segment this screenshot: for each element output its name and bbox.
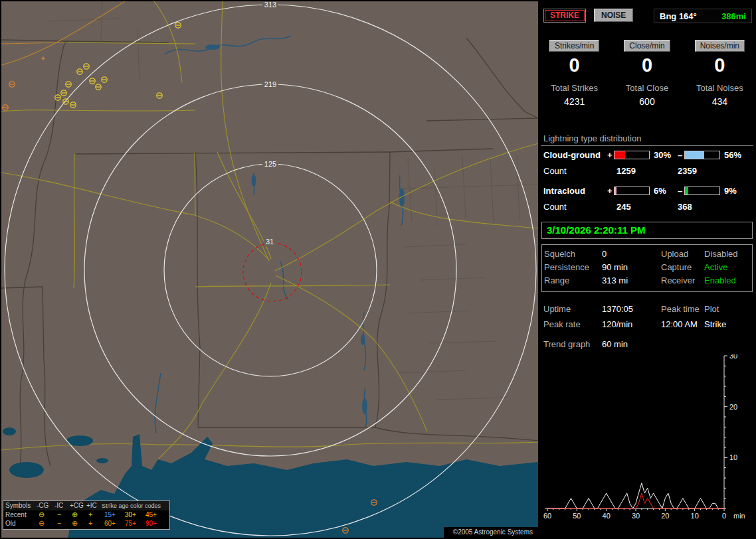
plot-value: Strike [704, 319, 726, 329]
range-ring-label-313: 313 [262, 1, 278, 9]
ic-plus-bar [614, 187, 650, 195]
noises-counter: Noises/min 0 Total Noises 434 [684, 40, 756, 107]
ic-minus-count: 368 [678, 202, 692, 212]
cloud-ground-label: Cloud-ground [543, 150, 601, 160]
squelch-value: 0 [602, 249, 607, 259]
range-ring-label-125: 125 [262, 160, 278, 169]
svg-text:30: 30 [729, 354, 737, 360]
legend-recent-label: Recent [5, 510, 27, 519]
cloud-ground-count-row: Count 1259 2359 [543, 166, 756, 177]
legend-col-pos-ic: +IC [86, 501, 97, 510]
trend-graph-chart: 6050403020100min102030 [541, 354, 752, 524]
side-panel: STRIKE NOISE Bng 164° 386mi Strikes/min … [538, 0, 756, 539]
upload-status: Disabled [704, 249, 738, 259]
map-area[interactable]: 313 219 125 31 Symbols -CG -IC +CG +IC S… [1, 1, 538, 538]
legend-col-neg-cg: -CG [37, 501, 48, 510]
cg-plus-count: 1259 [616, 166, 636, 176]
cg-minus-bar-fill [685, 151, 704, 159]
ic-minus-bar [684, 187, 720, 195]
strike-mode-button[interactable]: STRIKE [543, 9, 586, 23]
bearing-readout: Bng 164° 386mi [654, 9, 752, 23]
cg-minus-pct: 56% [724, 150, 741, 160]
svg-text:40: 40 [603, 512, 611, 520]
total-strikes-label: Total Strikes [538, 83, 611, 93]
plot-label: Plot [704, 304, 719, 314]
noises-per-min-button[interactable]: Noises/min [695, 40, 745, 52]
persistence-label: Persistence [544, 262, 589, 272]
age-45-label: 45+ [145, 510, 157, 519]
trend-graph-label: Trend graph [543, 339, 590, 349]
age-15-label: 15+ [104, 510, 116, 519]
upload-label: Upload [661, 249, 688, 259]
ic-plus-pct: 6% [654, 186, 666, 196]
strikes-per-min-button[interactable]: Strikes/min [549, 40, 599, 52]
close-per-min-value: 0 [611, 55, 683, 75]
legend-col-pos-cg: +CG [70, 501, 84, 510]
receiver-status: Enabled [704, 275, 736, 285]
total-noises-label: Total Noises [684, 83, 756, 93]
noise-mode-button[interactable]: NOISE [594, 9, 633, 22]
range-ring-label-219: 219 [262, 80, 278, 89]
legend-symbols-header: Symbols [5, 501, 31, 510]
svg-text:0: 0 [722, 512, 726, 520]
svg-text:10: 10 [691, 512, 699, 520]
legend-old-row: Old ⊖ − ⊕ + 60+ 75+ 90+ [3, 519, 169, 528]
status-row: Range 313 mi Receiver Enabled [542, 275, 752, 289]
cg-plus-pct: 30% [654, 150, 671, 160]
bearing-value: Bng 164° [660, 11, 697, 21]
count-label: Count [543, 166, 567, 176]
plus-sign: + [607, 186, 613, 196]
minus-sign: – [678, 186, 682, 196]
noises-per-min-value: 0 [684, 55, 756, 75]
receiver-label: Receiver [661, 275, 695, 285]
uptime-value: 1370:05 [602, 304, 633, 314]
cg-plus-icon: ⊕ [72, 519, 78, 527]
total-close-label: Total Close [611, 83, 683, 93]
cg-minus-icon: ⊖ [39, 510, 45, 518]
count-label: Count [543, 202, 567, 212]
copyright-text: ©2005 Astrogenic Systems [444, 527, 538, 538]
age-60-label: 60+ [104, 519, 116, 528]
status-row: Squelch 0 Upload Disabled [542, 249, 752, 262]
total-close-value: 600 [611, 96, 683, 107]
uptime-label: Uptime [543, 304, 571, 314]
range-label: Range [544, 275, 569, 285]
intracloud-row: Intracloud + 6% – 9% [543, 186, 756, 196]
legend-recent-row: Recent ⊖ − ⊕ + 15+ 30+ 45+ [3, 510, 169, 519]
range-value: 313 mi [602, 275, 628, 285]
datetime-display: 3/10/2026 2:20:11 PM [541, 222, 753, 239]
ic-minus-bar-fill [685, 187, 688, 194]
ic-plus-bar-fill [614, 187, 616, 194]
strikes-counter: Strikes/min 0 Total Strikes 4231 [538, 40, 611, 107]
age-30-label: 30+ [125, 510, 136, 519]
range-ring-label-31: 31 [264, 238, 276, 246]
cg-minus-icon: ⊖ [39, 519, 45, 527]
ic-plus-icon: + [88, 510, 92, 518]
ic-minus-icon: − [57, 519, 61, 527]
ic-minus-pct: 9% [724, 186, 737, 196]
close-counter: Close/min 0 Total Close 600 [611, 40, 683, 107]
cg-plus-icon: ⊕ [72, 510, 78, 518]
total-noises-value: 434 [684, 96, 756, 107]
capture-status: Active [704, 262, 727, 272]
legend-old-label: Old [5, 519, 16, 528]
legend-header-row: Symbols -CG -IC +CG +IC Strike age color… [3, 501, 169, 510]
close-per-min-button[interactable]: Close/min [624, 40, 670, 52]
squelch-label: Squelch [544, 249, 575, 259]
status-row: Persistence 90 min Capture Active [542, 262, 752, 275]
minus-sign: – [678, 150, 682, 160]
ic-minus-icon: − [57, 510, 61, 518]
app-window: 313 219 125 31 Symbols -CG -IC +CG +IC S… [0, 0, 756, 539]
status-box: Squelch 0 Upload Disabled Persistence 90… [541, 244, 753, 292]
intracloud-count-row: Count 245 368 [543, 202, 756, 212]
legend-col-neg-ic: -IC [54, 501, 63, 510]
peak-rate-value: 120/min [602, 319, 632, 329]
trend-graph-row: Trend graph 60 min [538, 339, 756, 352]
cloud-ground-row: Cloud-ground + 30% – 56% [543, 150, 756, 161]
ic-plus-icon: + [88, 519, 92, 527]
cg-minus-count: 2359 [678, 166, 697, 176]
svg-text:30: 30 [632, 512, 640, 520]
info-row: Peak rate 120/min 12:00 AM Strike [538, 319, 756, 333]
svg-text:10: 10 [729, 453, 737, 461]
cg-minus-bar [684, 151, 720, 159]
